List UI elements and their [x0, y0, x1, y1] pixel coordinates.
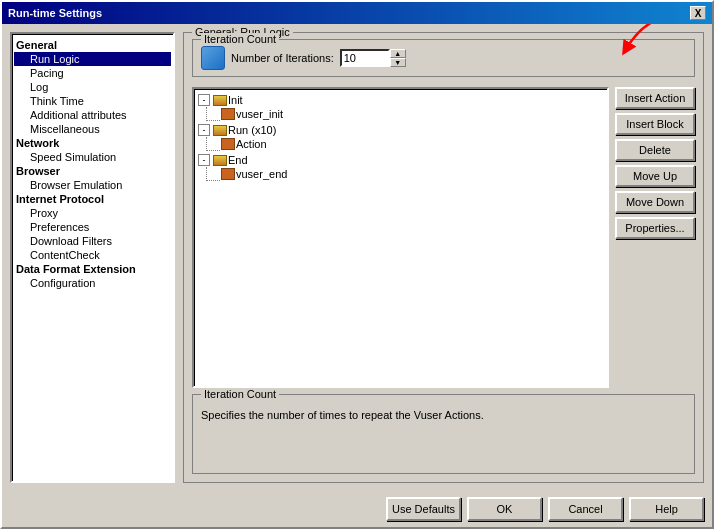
- iteration-icon: [201, 46, 225, 70]
- left-tree-item[interactable]: Browser: [14, 164, 171, 178]
- move-down-button[interactable]: Move Down: [615, 191, 695, 213]
- left-tree-item[interactable]: Network: [14, 136, 171, 150]
- tree-row: - End: [198, 153, 603, 167]
- description-box: Iteration Count Specifies the number of …: [192, 394, 695, 474]
- bottom-bar: Use DefaultsOKCancelHelp: [2, 491, 712, 527]
- expand-end[interactable]: -: [198, 154, 210, 166]
- main-group-box: General: Run Logic Iteration Count Numbe…: [183, 32, 704, 483]
- right-panel: General: Run Logic Iteration Count Numbe…: [183, 32, 704, 483]
- spin-down-button[interactable]: ▼: [390, 58, 406, 67]
- delete-button[interactable]: Delete: [615, 139, 695, 161]
- left-tree-item[interactable]: Data Format Extension: [14, 262, 171, 276]
- insert-action-button[interactable]: Insert Action: [615, 87, 695, 109]
- tree-row: - Init: [198, 93, 603, 107]
- left-tree-item[interactable]: Miscellaneous: [14, 122, 171, 136]
- vuser-init-label: vuser_init: [236, 108, 283, 120]
- iteration-section-title: Iteration Count: [201, 33, 279, 45]
- tree-row: - Run (x10): [198, 123, 603, 137]
- spin-container: ▲ ▼: [340, 49, 406, 67]
- move-up-button[interactable]: Move Up: [615, 165, 695, 187]
- action-tree: - Init vuser_init - Run (x10) Action - E…: [192, 87, 609, 388]
- title-bar: Run-time Settings X: [2, 2, 712, 24]
- left-tree-item[interactable]: Proxy: [14, 206, 171, 220]
- iteration-row: Number of Iterations: ▲ ▼: [201, 46, 686, 70]
- vuser-end-label: vuser_end: [236, 168, 287, 180]
- action-icon: [220, 137, 236, 151]
- left-tree-item[interactable]: Speed Simulation: [14, 150, 171, 164]
- runtime-settings-window: Run-time Settings X GeneralRun LogicPaci…: [0, 0, 714, 529]
- window-body: GeneralRun LogicPacingLogThink TimeAddit…: [2, 24, 712, 491]
- window-title: Run-time Settings: [8, 7, 102, 19]
- left-tree-panel: GeneralRun LogicPacingLogThink TimeAddit…: [10, 32, 175, 483]
- left-tree-item[interactable]: Preferences: [14, 220, 171, 234]
- red-arrow-indicator: [596, 24, 696, 61]
- description-text: Specifies the number of times to repeat …: [201, 409, 686, 421]
- vuser-end-icon: [220, 167, 236, 181]
- end-folder-icon: [212, 153, 228, 167]
- left-tree-item[interactable]: Log: [14, 80, 171, 94]
- description-title: Iteration Count: [201, 388, 279, 400]
- left-tree-item[interactable]: Download Filters: [14, 234, 171, 248]
- iterations-input[interactable]: [340, 49, 390, 67]
- end-label: End: [228, 154, 248, 166]
- left-tree-item[interactable]: Run Logic: [14, 52, 171, 66]
- left-tree-item[interactable]: ContentCheck: [14, 248, 171, 262]
- left-tree-item[interactable]: Browser Emulation: [14, 178, 171, 192]
- spin-buttons: ▲ ▼: [390, 49, 406, 67]
- close-button[interactable]: X: [690, 6, 706, 20]
- left-tree-item[interactable]: Internet Protocol: [14, 192, 171, 206]
- tree-row: Action: [198, 137, 603, 151]
- help-button[interactable]: Help: [629, 497, 704, 521]
- vuser-init-icon: [220, 107, 236, 121]
- spin-up-button[interactable]: ▲: [390, 49, 406, 58]
- left-tree-item[interactable]: Pacing: [14, 66, 171, 80]
- left-tree-item[interactable]: Think Time: [14, 94, 171, 108]
- action-label: Action: [236, 138, 267, 150]
- left-tree-item[interactable]: Configuration: [14, 276, 171, 290]
- left-tree-item[interactable]: Additional attributes: [14, 108, 171, 122]
- run-folder-icon: [212, 123, 228, 137]
- folder-icon: [212, 93, 228, 107]
- tree-row: vuser_init: [198, 107, 603, 121]
- properties-button[interactable]: Properties...: [615, 217, 695, 239]
- init-label: Init: [228, 94, 243, 106]
- cancel-button[interactable]: Cancel: [548, 497, 623, 521]
- iterations-label: Number of Iterations:: [231, 52, 334, 64]
- expand-init[interactable]: -: [198, 94, 210, 106]
- run-label: Run (x10): [228, 124, 276, 136]
- action-buttons-panel: Insert ActionInsert BlockDeleteMove UpMo…: [615, 87, 695, 388]
- left-tree-item[interactable]: General: [14, 38, 171, 52]
- expand-run[interactable]: -: [198, 124, 210, 136]
- use-defaults-button[interactable]: Use Defaults: [386, 497, 461, 521]
- tree-row: vuser_end: [198, 167, 603, 181]
- insert-block-button[interactable]: Insert Block: [615, 113, 695, 135]
- iteration-group: Iteration Count Number of Iterations: ▲ …: [192, 39, 695, 77]
- ok-button[interactable]: OK: [467, 497, 542, 521]
- action-content: - Init vuser_init - Run (x10) Action - E…: [192, 87, 695, 388]
